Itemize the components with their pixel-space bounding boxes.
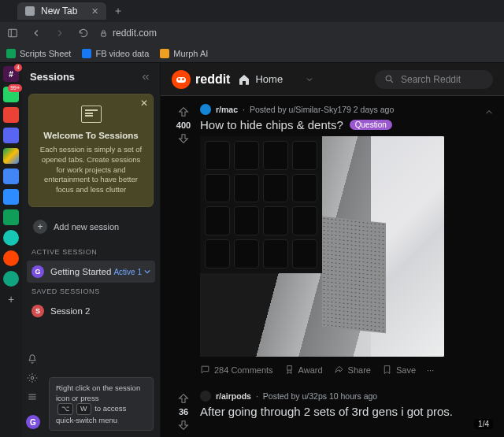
notifications-icon[interactable] [27,354,44,365]
rail-app-icon[interactable] [3,230,19,246]
browser-tabbar: New Tab ✕ [0,0,504,22]
bookmark-favicon-icon [160,49,169,58]
home-icon [238,73,250,86]
rail-whatsapp-icon[interactable]: 99+ [3,87,19,102]
badge: 99+ [8,84,22,92]
search-input[interactable]: Search Reddit [375,70,493,89]
add-session-button[interactable]: + Add new session [28,215,154,239]
subreddit-link[interactable]: r/airpods [216,391,251,401]
post: 36 r/airpods · Posted by u/32ps 10 hours… [172,391,498,431]
saved-section-label: SAVED SESSIONS [22,284,160,298]
subreddit-icon[interactable] [200,104,211,115]
svg-rect-5 [287,366,291,370]
feed: 400 r/mac · Posted by u/Similar-Sky179 2… [161,96,504,437]
settings-icon[interactable] [27,372,44,383]
rail-drive-icon[interactable] [3,148,19,164]
sessions-title: Sessions [30,71,75,83]
key-w: W [76,403,91,415]
bookmark-item[interactable]: FB video data [82,49,149,58]
vote-score: 36 [179,407,188,417]
new-tab-button[interactable] [111,4,125,18]
reload-icon[interactable] [76,25,91,41]
home-label: Home [255,73,283,85]
rail-add-icon[interactable]: + [3,291,19,307]
welcome-body: Each session is simply a set of opened t… [37,145,145,195]
award-button[interactable]: Award [284,365,323,375]
search-icon [384,74,395,84]
bookmark-label: FB video data [95,49,149,58]
bookmarks-bar: Scripts Sheet FB video data Murph AI [0,44,504,63]
back-icon[interactable] [28,25,44,41]
rail-discord-icon[interactable] [3,128,19,143]
downvote-icon[interactable] [177,132,190,145]
active-section-label: ACTIVE SESSION [22,245,160,259]
app-rail: #4 99+ + [0,63,22,437]
bookmark-item[interactable]: Scripts Sheet [6,49,71,58]
reddit-wordmark: reddit [195,72,230,87]
post-image[interactable] [200,136,444,357]
rail-slack-icon[interactable]: #4 [3,66,19,82]
welcome-card: ✕ Welcome To Sessions Each session is si… [28,94,154,207]
close-icon[interactable]: ✕ [140,98,148,109]
browser-tab[interactable]: New Tab ✕ [17,2,106,20]
rail-docs-icon[interactable] [3,169,19,184]
reddit-page: reddit Home Search Reddit [161,63,504,437]
svg-rect-0 [9,29,17,36]
chevron-down-icon[interactable] [305,75,314,84]
svg-rect-2 [102,33,106,36]
downvote-icon[interactable] [177,419,190,431]
upvote-icon[interactable] [177,392,190,405]
rail-openai-icon[interactable] [3,271,19,287]
post-title[interactable]: How to hide chips & dents? Question [200,118,498,131]
reddit-logo[interactable]: reddit [172,70,230,89]
subreddit-icon[interactable] [200,391,211,402]
rail-zoom-icon[interactable] [3,189,19,205]
snoo-icon [172,70,191,89]
scroll-up-icon[interactable] [484,107,495,118]
session-active[interactable]: G Getting Started Active 1 [27,261,155,283]
rail-reddit-icon[interactable] [3,250,19,266]
sessions-illustration-icon [81,106,102,123]
rail-gmail-icon[interactable] [3,107,19,123]
session-saved[interactable]: S Session 2 [27,300,155,322]
search-placeholder: Search Reddit [401,74,461,85]
image-counter: 1/4 [474,419,493,429]
sessions-panel: Sessions ✕ Welcome To Sessions Each sess… [22,63,161,437]
sidebar-toggle-icon[interactable] [5,25,20,41]
tab-title: New Tab [41,6,77,17]
plus-icon: + [33,220,47,234]
post-flair[interactable]: Question [350,120,392,130]
address-bar[interactable]: reddit.com [99,28,499,39]
session-name: Getting Started [50,267,111,276]
share-button[interactable]: Share [334,365,371,375]
user-avatar[interactable]: G [26,415,40,429]
bookmark-favicon-icon [82,49,91,58]
post-actions: 284 Comments Award Share Save ··· [200,360,498,380]
session-status: Active 1 [113,268,150,276]
session-initial-icon: S [32,305,44,317]
reddit-header: reddit Home Search Reddit [161,63,504,96]
welcome-title: Welcome To Sessions [37,131,145,140]
save-button[interactable]: Save [382,365,416,375]
comments-button[interactable]: 284 Comments [200,365,273,375]
upvote-icon[interactable] [177,106,190,118]
post-byline: Posted by u/32ps 10 hours ago [263,391,377,401]
lock-icon [99,29,108,38]
rail-sheets-icon[interactable] [3,209,19,225]
bookmark-label: Scripts Sheet [20,49,71,58]
key-alt: ⌥ [57,403,73,415]
url-text: reddit.com [113,28,157,39]
subreddit-link[interactable]: r/mac [216,105,238,114]
add-session-label: Add new session [54,222,119,231]
collapse-icon[interactable] [139,72,152,82]
post-title[interactable]: After going through 2 sets of 3rd gens i… [200,405,498,418]
svg-point-4 [386,76,391,81]
menu-icon[interactable] [27,391,44,402]
more-icon[interactable]: ··· [427,365,434,375]
forward-icon [52,25,68,41]
home-dropdown[interactable]: Home [238,73,283,86]
close-icon[interactable]: ✕ [91,6,98,17]
vote-score: 400 [176,120,191,130]
bookmark-item[interactable]: Murph AI [160,49,208,58]
post-byline: Posted by u/Similar-Sky179 2 days ago [250,105,394,114]
